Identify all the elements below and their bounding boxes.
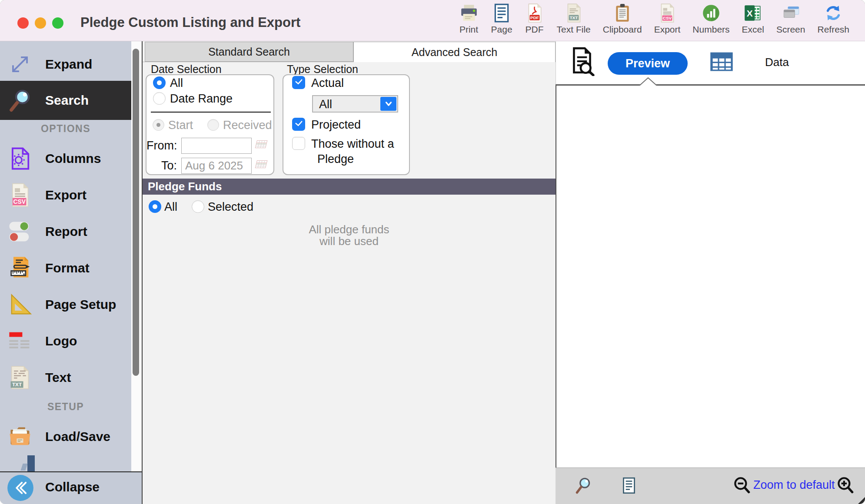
toolbar-label: Screen — [776, 24, 805, 35]
svg-text:CSV: CSV — [663, 16, 672, 20]
data-tab-label[interactable]: Data — [765, 56, 789, 69]
chevron-down-icon — [380, 97, 396, 111]
toolbar-button-clipboard[interactable]: Clipboard — [597, 3, 648, 35]
preview-panel: Preview Data Zoom to default — [556, 41, 865, 504]
toolbar-button-refresh[interactable]: Refresh — [811, 3, 855, 35]
toolbar-button-excel[interactable]: X Excel — [736, 3, 770, 35]
zoom-window-button[interactable] — [52, 17, 63, 29]
sidebar-section-options: OPTIONS — [0, 123, 131, 135]
columns-icon — [6, 144, 34, 173]
toolbar-label: Page — [491, 24, 512, 35]
close-window-button[interactable] — [17, 17, 29, 29]
sidebar-scrollbar[interactable] — [133, 49, 139, 376]
toolbar-label: Excel — [742, 24, 764, 35]
expand-icon — [6, 50, 34, 79]
toolbar-button-export[interactable]: CSV Export — [648, 3, 687, 35]
format-icon — [6, 254, 34, 282]
toolbar-button-pdf[interactable]: PDF PDF — [519, 3, 551, 35]
toolbar-button-page[interactable]: Page — [485, 3, 519, 35]
tab-advanced-search[interactable]: Advanced Search — [353, 42, 556, 62]
funds-selected-label: Selected — [208, 200, 253, 214]
toolbar-label: Refresh — [817, 24, 849, 35]
date-range-label: Date Range — [170, 92, 233, 106]
csv-file-icon: CSV — [6, 181, 34, 209]
pledge-funds-title: Pledge Funds — [148, 180, 222, 193]
funds-note-line1: All pledge funds — [143, 224, 556, 235]
funds-all-label: All — [164, 200, 177, 214]
sidebar-item-columns[interactable]: Columns — [0, 140, 131, 177]
from-calendar-icon[interactable] — [254, 139, 269, 151]
received-radio[interactable] — [207, 119, 219, 131]
folder-icon — [6, 422, 34, 451]
toolbar-label: PDF — [526, 24, 544, 35]
data-grid-icon[interactable] — [709, 49, 735, 76]
clipped-sidebar-icon — [27, 455, 35, 471]
to-calendar-icon[interactable] — [254, 159, 269, 171]
preview-document-icon — [569, 46, 596, 78]
preview-status-bar: Zoom to default — [556, 468, 865, 504]
sidebar-item-text[interactable]: TXT Text — [0, 359, 131, 396]
group-divider — [151, 112, 271, 113]
funds-note-line2: will be used — [143, 235, 556, 247]
search-tab-bar: Standard Search Advanced Search — [143, 41, 556, 62]
sidebar-item-load-save[interactable]: Load/Save — [0, 418, 131, 455]
type-selection-group: Actual All Projected Those without a Ple… — [283, 74, 410, 175]
without-pledge-label-line1: Those without a — [311, 137, 394, 151]
toolbar: Print Page PDF PDF TXT Text File — [453, 3, 855, 35]
date-all-radio[interactable] — [153, 76, 166, 89]
toolbar-button-numbers[interactable]: Numbers — [686, 3, 735, 35]
without-pledge-checkbox[interactable] — [292, 137, 305, 150]
funds-all-radio[interactable] — [149, 200, 161, 213]
zoom-in-icon[interactable] — [835, 476, 855, 497]
toolbar-label: Text File — [557, 24, 591, 35]
sidebar-item-search[interactable]: Search — [0, 81, 131, 120]
svg-text:TXT: TXT — [569, 15, 578, 20]
from-date-input[interactable] — [181, 138, 252, 154]
svg-text:CSV: CSV — [13, 198, 26, 205]
clipped-sidebar-icon-part — [20, 464, 27, 471]
start-radio[interactable] — [153, 119, 164, 131]
sidebar-item-page-setup[interactable]: Page Setup — [0, 286, 131, 323]
txt-file-icon: TXT — [564, 3, 584, 23]
pdf-file-icon: PDF — [525, 3, 545, 23]
zoom-out-icon[interactable] — [732, 476, 752, 497]
actual-type-dropdown[interactable]: All — [312, 95, 398, 113]
preview-tab-button[interactable]: Preview — [608, 52, 688, 75]
sidebar-collapse-bar[interactable]: Collapse — [0, 471, 142, 504]
sidebar-item-export[interactable]: CSV Export — [0, 177, 131, 213]
date-selection-title: Date Selection — [151, 63, 222, 76]
page-icon — [492, 3, 512, 23]
actual-checkbox[interactable] — [292, 76, 305, 89]
date-range-radio[interactable] — [153, 92, 166, 105]
toolbar-label: Export — [654, 24, 681, 35]
svg-text:TXT: TXT — [12, 381, 22, 387]
start-label: Start — [168, 119, 193, 132]
sidebar-item-logo[interactable]: Logo — [0, 323, 131, 359]
minimize-window-button[interactable] — [35, 17, 46, 29]
app-window: Pledge Custom Listing and Export Print P… — [0, 0, 865, 504]
txt-document-icon: TXT — [6, 363, 34, 392]
funds-selected-radio[interactable] — [192, 200, 204, 213]
sidebar-item-expand[interactable]: Expand — [0, 46, 131, 83]
set-square-icon — [6, 290, 34, 319]
toolbar-button-screen[interactable]: Screen — [770, 3, 812, 35]
search-panel: Standard Search Advanced Search Date Sel… — [142, 41, 556, 504]
preview-content — [556, 86, 865, 468]
panel-border-light — [556, 41, 556, 85]
resize-grip[interactable] — [858, 497, 865, 504]
projected-checkbox[interactable] — [292, 118, 305, 131]
sidebar-section-setup: SETUP — [0, 401, 131, 413]
toolbar-button-print[interactable]: Print — [453, 3, 485, 35]
projected-label: Projected — [311, 118, 361, 132]
sidebar-item-report[interactable]: Report — [0, 213, 131, 250]
logo-placeholder-icon — [6, 327, 34, 355]
excel-icon: X — [743, 3, 763, 23]
to-date-input[interactable] — [181, 158, 252, 174]
magnifier-icon[interactable] — [573, 476, 593, 497]
sidebar-item-format[interactable]: Format — [0, 250, 131, 286]
zoom-to-default-link[interactable]: Zoom to default — [753, 478, 835, 492]
numbers-icon — [701, 3, 721, 23]
toolbar-button-text-file[interactable]: TXT Text File — [551, 3, 597, 35]
report-page-icon[interactable] — [619, 476, 639, 497]
tab-standard-search[interactable]: Standard Search — [145, 42, 353, 62]
